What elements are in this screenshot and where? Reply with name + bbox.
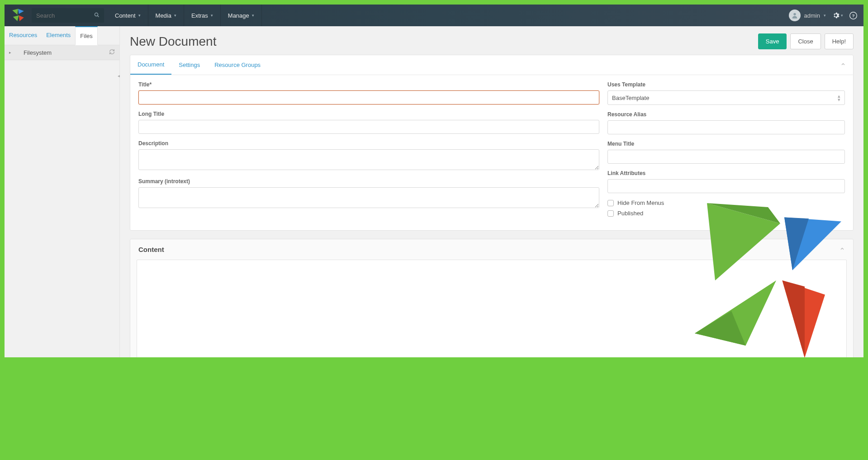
tab-settings[interactable]: Settings [171,56,207,74]
svg-text:?: ? [852,13,854,18]
svg-point-4 [95,13,98,16]
content-section: Content [130,239,854,357]
settings-button[interactable]: ▾ [832,12,843,19]
user-name: admin [804,12,820,19]
description-input[interactable] [138,149,599,170]
help-icon: ? [849,12,857,19]
content-collapse-toggle[interactable] [840,246,845,253]
svg-marker-3 [19,15,24,21]
template-label: Uses Template [607,81,845,88]
avatar [789,9,801,21]
nav-manage[interactable]: Manage▾ [221,5,262,26]
app-logo[interactable] [5,5,32,26]
sidebar-tabs: Resources Elements Files [5,26,119,45]
nav-content[interactable]: Content▾ [108,5,148,26]
gear-icon [832,12,840,19]
template-select[interactable]: BaseTemplate ▴▾ [607,90,845,105]
alias-input[interactable] [607,120,845,134]
help-button[interactable]: ? [849,12,857,19]
svg-line-5 [98,15,99,17]
alias-label: Resource Alias [607,111,845,118]
summary-label: Summary (introtext) [138,178,599,185]
chevron-up-icon [840,246,845,251]
menu-title-label: Menu Title [607,141,845,147]
panel-collapse-toggle[interactable] [833,62,853,68]
sort-icon: ▴▾ [838,94,840,101]
nav-media[interactable]: Media▾ [148,5,184,26]
chevron-down-icon: ▾ [824,13,826,18]
close-button[interactable]: Close [790,33,821,49]
chevron-up-icon [840,62,846,67]
svg-marker-2 [13,15,19,21]
description-label: Description [138,140,599,147]
help-link-button[interactable]: Help! [825,33,854,49]
title-input[interactable] [138,90,599,104]
modx-logo-icon [11,8,25,23]
document-panel: Document Settings Resource Groups Title* [130,55,854,231]
sidebar-collapse-handle[interactable]: ◂ [118,73,120,78]
tab-resource-groups[interactable]: Resource Groups [207,56,268,74]
content-area: New Document Save Close Help! Document S… [120,26,863,357]
main-nav: Content▾ Media▾ Extras▾ Manage▾ [108,5,262,26]
content-section-title: Content [138,246,164,253]
checkbox-icon [607,210,614,217]
chevron-down-icon: ▾ [211,13,213,18]
refresh-icon[interactable] [109,49,115,56]
save-button[interactable]: Save [758,33,787,49]
nav-extras[interactable]: Extras▾ [184,5,221,26]
long-title-label: Long Title [138,111,599,117]
tab-document[interactable]: Document [130,55,171,75]
chevron-down-icon: ▾ [138,13,141,18]
svg-marker-0 [12,9,18,15]
sidebar: Resources Elements Files ▸ Filesystem ◂ [5,26,120,357]
sidebar-tab-resources[interactable]: Resources [5,26,42,45]
sidebar-tab-elements[interactable]: Elements [42,26,75,45]
hide-from-menus-checkbox[interactable]: Hide From Menus [607,199,845,206]
content-editor[interactable] [137,260,847,357]
search-icon [94,12,100,19]
link-attrs-label: Link Attributes [607,170,845,176]
long-title-input[interactable] [138,120,599,134]
search-input[interactable] [36,12,91,19]
link-attrs-input[interactable] [607,179,845,193]
checkbox-icon [607,200,614,206]
summary-input[interactable] [138,187,599,208]
chevron-right-icon: ▸ [9,50,15,55]
chevron-down-icon: ▾ [174,13,176,18]
menu-title-input[interactable] [607,150,845,164]
global-search[interactable] [32,8,104,23]
topbar: Content▾ Media▾ Extras▾ Manage▾ admin ▾ … [5,5,863,26]
chevron-down-icon: ▾ [252,13,254,18]
published-checkbox[interactable]: Published [607,210,845,217]
title-label: Title* [138,81,599,88]
tree-root[interactable]: ▸ Filesystem [5,45,119,60]
page-title: New Document [130,34,216,49]
tree-root-label: Filesystem [15,49,52,56]
svg-point-6 [793,13,796,15]
user-menu[interactable]: admin ▾ [789,9,826,21]
svg-marker-1 [18,9,24,14]
sidebar-tab-files[interactable]: Files [75,26,97,45]
